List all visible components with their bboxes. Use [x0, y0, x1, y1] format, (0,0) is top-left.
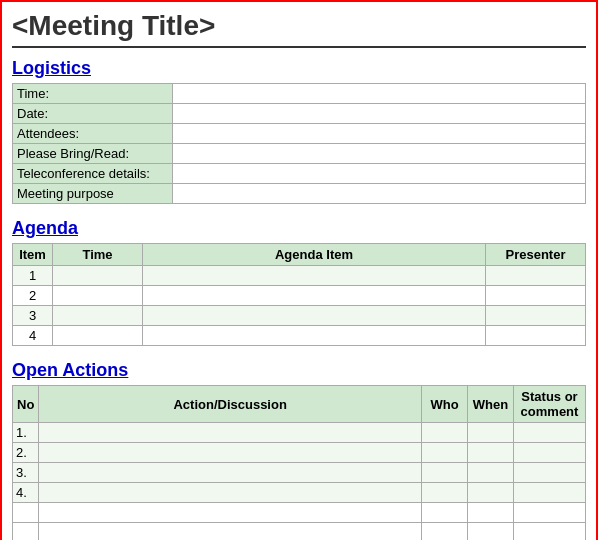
actions-no [13, 523, 39, 541]
logistics-value [173, 164, 586, 184]
actions-who [422, 443, 468, 463]
logistics-label: Meeting purpose [13, 184, 173, 204]
agenda-row: 1 [13, 266, 586, 286]
logistics-table: Time: Date: Attendees: Please Bring/Read… [12, 83, 586, 204]
actions-status [514, 423, 586, 443]
actions-no [13, 503, 39, 523]
actions-col-when: When [468, 386, 514, 423]
agenda-item-num: 1 [13, 266, 53, 286]
actions-col-action: Action/Discussion [39, 386, 422, 423]
actions-status [514, 503, 586, 523]
actions-when [468, 443, 514, 463]
actions-action [39, 523, 422, 541]
agenda-item-num: 2 [13, 286, 53, 306]
logistics-value [173, 184, 586, 204]
logistics-row: Time: [13, 84, 586, 104]
actions-no: 2. [13, 443, 39, 463]
actions-row: 2. [13, 443, 586, 463]
actions-who [422, 523, 468, 541]
actions-action [39, 483, 422, 503]
agenda-time [53, 286, 143, 306]
logistics-value [173, 124, 586, 144]
agenda-col-item: Item [13, 244, 53, 266]
agenda-col-presenter: Presenter [486, 244, 586, 266]
agenda-row: 3 [13, 306, 586, 326]
logistics-label: Please Bring/Read: [13, 144, 173, 164]
logistics-value [173, 104, 586, 124]
actions-when [468, 483, 514, 503]
actions-col-who: Who [422, 386, 468, 423]
agenda-item-text [143, 306, 486, 326]
logistics-row: Attendees: [13, 124, 586, 144]
actions-status [514, 483, 586, 503]
actions-action [39, 463, 422, 483]
logistics-value [173, 144, 586, 164]
logistics-label: Date: [13, 104, 173, 124]
actions-who [422, 423, 468, 443]
agenda-col-time: Time [53, 244, 143, 266]
logistics-value [173, 84, 586, 104]
actions-when [468, 423, 514, 443]
actions-when [468, 503, 514, 523]
agenda-item-num: 4 [13, 326, 53, 346]
actions-table: No Action/Discussion Who When Status or … [12, 385, 586, 540]
agenda-col-agendaitem: Agenda Item [143, 244, 486, 266]
actions-when [468, 463, 514, 483]
agenda-time [53, 266, 143, 286]
actions-status [514, 463, 586, 483]
logistics-row: Teleconference details: [13, 164, 586, 184]
actions-row: 3. [13, 463, 586, 483]
actions-col-status: Status or comment [514, 386, 586, 423]
agenda-item-text [143, 286, 486, 306]
agenda-item-text [143, 266, 486, 286]
agenda-row: 4 [13, 326, 586, 346]
agenda-item-num: 3 [13, 306, 53, 326]
actions-who [422, 503, 468, 523]
agenda-presenter [486, 266, 586, 286]
actions-no: 1. [13, 423, 39, 443]
logistics-row: Meeting purpose [13, 184, 586, 204]
agenda-row: 2 [13, 286, 586, 306]
actions-action [39, 443, 422, 463]
actions-no: 4. [13, 483, 39, 503]
actions-row [13, 503, 586, 523]
logistics-row: Date: [13, 104, 586, 124]
actions-status [514, 523, 586, 541]
meeting-title: <Meeting Title> [12, 10, 586, 48]
actions-no: 3. [13, 463, 39, 483]
agenda-presenter [486, 326, 586, 346]
logistics-row: Please Bring/Read: [13, 144, 586, 164]
actions-row [13, 523, 586, 541]
logistics-label: Attendees: [13, 124, 173, 144]
agenda-item-text [143, 326, 486, 346]
actions-action [39, 423, 422, 443]
agenda-presenter [486, 306, 586, 326]
logistics-label: Teleconference details: [13, 164, 173, 184]
agenda-time [53, 326, 143, 346]
agenda-table: Item Time Agenda Item Presenter 1 2 3 4 [12, 243, 586, 346]
actions-who [422, 463, 468, 483]
logistics-label: Time: [13, 84, 173, 104]
open-actions-section-title: Open Actions [12, 360, 586, 381]
agenda-time [53, 306, 143, 326]
actions-when [468, 523, 514, 541]
actions-who [422, 483, 468, 503]
actions-status [514, 443, 586, 463]
actions-row: 4. [13, 483, 586, 503]
logistics-section-title: Logistics [12, 58, 586, 79]
actions-col-no: No [13, 386, 39, 423]
agenda-presenter [486, 286, 586, 306]
agenda-section-title: Agenda [12, 218, 586, 239]
actions-row: 1. [13, 423, 586, 443]
actions-action [39, 503, 422, 523]
